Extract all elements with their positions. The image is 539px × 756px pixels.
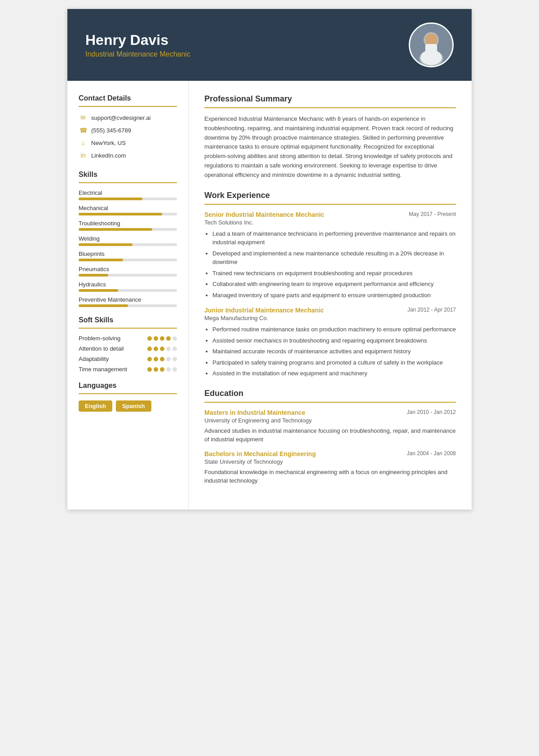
dots-container (147, 336, 177, 341)
skill-label: Pneumatics (79, 266, 177, 273)
job-date: Jan 2012 - Apr 2017 (407, 307, 456, 313)
languages-section: Languages EnglishSpanish (79, 382, 177, 412)
job-company: Tech Solutions Inc. (204, 219, 456, 226)
skill-bar-bg (79, 274, 177, 277)
job-bullets: Performed routine maintenance tasks on p… (204, 325, 456, 378)
skill-item: Troubleshooting (79, 220, 177, 231)
filled-dot (160, 336, 164, 341)
language-tag: Spanish (116, 400, 151, 412)
job-entry: Junior Industrial Maintenance Mechanic J… (204, 307, 456, 378)
edu-school: State University of Technology (204, 458, 456, 465)
filled-dot (154, 357, 158, 361)
filled-dot (147, 367, 152, 372)
job-title: Senior Industrial Maintenance Mechanic (204, 211, 324, 218)
soft-skill-label: Problem-solving (79, 335, 120, 342)
soft-skill-label: Time management (79, 366, 127, 373)
job-bullet: Developed and implemented a new maintena… (212, 249, 456, 267)
summary-divider (204, 107, 456, 108)
soft-skill-label: Attention to detail (79, 345, 124, 352)
edu-degree-title: Bachelors in Mechanical Engineering (204, 450, 316, 457)
skills-title: Skills (79, 171, 177, 179)
candidate-title: Industrial Maintenance Mechanic (85, 50, 190, 58)
edu-header: Masters in Industrial Maintenance Jan 20… (204, 409, 456, 416)
job-date: May 2017 - Present (409, 211, 456, 217)
skill-label: Troubleshooting (79, 220, 177, 227)
soft-skill-item: Time management (79, 366, 177, 373)
dots-container (147, 347, 177, 351)
education-divider (204, 402, 456, 403)
summary-title: Professional Summary (204, 94, 456, 104)
languages-title: Languages (79, 382, 177, 390)
left-column: Contact Details ✉ support@cvdesigner.ai … (67, 81, 189, 510)
job-bullet: Assisted in the installation of new equi… (212, 369, 456, 378)
filled-dot (160, 357, 164, 361)
candidate-name: Henry Davis (85, 32, 190, 48)
job-bullets: Lead a team of maintenance technicians i… (204, 229, 456, 300)
job-header: Senior Industrial Maintenance Mechanic M… (204, 211, 456, 218)
job-bullet: Assisted senior mechanics in troubleshoo… (212, 336, 456, 345)
soft-skill-label: Adaptability (79, 356, 109, 362)
work-experience-divider (204, 204, 456, 205)
empty-dot (172, 367, 177, 372)
header-text: Henry Davis Industrial Maintenance Mecha… (85, 32, 190, 58)
contact-email-item: ✉ support@cvdesigner.ai (79, 113, 177, 122)
edu-school: University of Engineering and Technology (204, 417, 456, 424)
skill-bar-bg (79, 228, 177, 231)
work-experience-title: Work Experience (204, 191, 456, 200)
empty-dot (172, 336, 177, 341)
filled-dot (154, 347, 158, 351)
contact-linkedin-item: in LinkedIn.com (79, 151, 177, 160)
skill-bar-fill (79, 198, 142, 200)
skill-bar-bg (79, 198, 177, 200)
skill-label: Electrical (79, 189, 177, 196)
contact-location: NewYork, US (91, 140, 126, 146)
skill-bar-bg (79, 289, 177, 292)
job-bullet: Managed inventory of spare parts and equ… (212, 291, 456, 300)
edu-entry: Bachelors in Mechanical Engineering Jan … (204, 450, 456, 485)
filled-dot (147, 336, 152, 341)
job-bullet: Lead a team of maintenance technicians i… (212, 229, 456, 247)
skill-bar-bg (79, 213, 177, 215)
avatar (409, 22, 454, 67)
skills-section: Skills Electrical Mechanical Troubleshoo… (79, 171, 177, 307)
filled-dot (166, 336, 171, 341)
contact-email: support@cvdesigner.ai (91, 114, 150, 121)
empty-dot (166, 367, 171, 372)
job-title: Junior Industrial Maintenance Mechanic (204, 307, 324, 314)
skill-bar-fill (79, 228, 152, 231)
resume-container: Henry Davis Industrial Maintenance Mecha… (67, 9, 472, 510)
contact-linkedin: LinkedIn.com (91, 152, 126, 159)
right-column: Professional Summary Experienced Industr… (189, 81, 472, 510)
soft-skills-divider (79, 328, 177, 329)
contact-divider (79, 106, 177, 107)
dots-container (147, 367, 177, 372)
edu-description: Foundational knowledge in mechanical eng… (204, 468, 456, 485)
filled-dot (147, 347, 152, 351)
filled-dot (160, 367, 164, 372)
skill-bar-fill (79, 289, 118, 292)
job-bullet: Maintained accurate records of maintenan… (212, 347, 456, 356)
contact-section: Contact Details ✉ support@cvdesigner.ai … (79, 94, 177, 160)
language-tag: English (79, 400, 112, 412)
contact-phone-item: ☎ (555) 345-6789 (79, 126, 177, 135)
languages-divider (79, 393, 177, 394)
job-company: Mega Manufacturing Co. (204, 315, 456, 321)
jobs-list: Senior Industrial Maintenance Mechanic M… (204, 211, 456, 378)
skill-bar-fill (79, 274, 108, 277)
skill-bar-fill (79, 213, 162, 215)
skill-item: Blueprints (79, 251, 177, 261)
edu-date: Jan 2010 - Jan 2012 (407, 409, 456, 415)
edu-degree-title: Masters in Industrial Maintenance (204, 409, 305, 416)
skill-bar-bg (79, 304, 177, 307)
edu-list: Masters in Industrial Maintenance Jan 20… (204, 409, 456, 485)
contact-phone: (555) 345-6789 (91, 127, 131, 134)
filled-dot (147, 357, 152, 361)
job-entry: Senior Industrial Maintenance Mechanic M… (204, 211, 456, 300)
skill-bar-fill (79, 243, 133, 246)
skill-bar-bg (79, 243, 177, 246)
location-icon: ⌂ (79, 138, 88, 147)
dots-container (147, 357, 177, 361)
job-bullet: Trained new technicians on equipment tro… (212, 269, 456, 278)
skill-item: Hydraulics (79, 281, 177, 292)
skill-item: Mechanical (79, 205, 177, 215)
